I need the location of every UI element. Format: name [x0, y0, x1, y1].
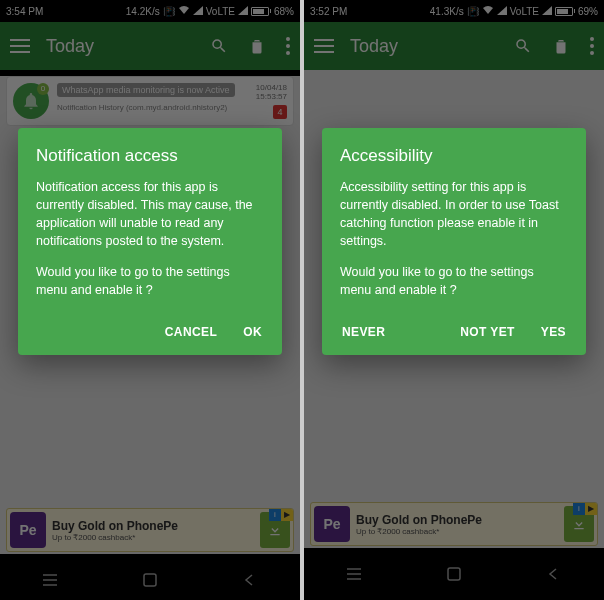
yes-button[interactable]: YES [539, 321, 568, 343]
dialog-body-1: Notification access for this app is curr… [36, 178, 264, 251]
dialog-body-2: Would you like to go to the settings men… [36, 263, 264, 299]
not-yet-button[interactable]: NOT YET [458, 321, 517, 343]
dialog-title: Notification access [36, 146, 264, 166]
dialog-notification-access: Notification access Notification access … [18, 128, 282, 355]
cancel-button[interactable]: CANCEL [163, 321, 219, 343]
dialog-body-1: Accessibility setting for this app is cu… [340, 178, 568, 251]
dialog-title: Accessibility [340, 146, 568, 166]
phone-left: 3:54 PM 14.2K/s 📳 VoLTE 68% [0, 0, 300, 600]
never-button[interactable]: NEVER [340, 321, 387, 343]
dialog-body-2: Would you like to go to the settings men… [340, 263, 568, 299]
phone-right: 3:52 PM 41.3K/s 📳 VoLTE 69% [304, 0, 604, 600]
ok-button[interactable]: OK [241, 321, 264, 343]
dialog-accessibility: Accessibility Accessibility setting for … [322, 128, 586, 355]
